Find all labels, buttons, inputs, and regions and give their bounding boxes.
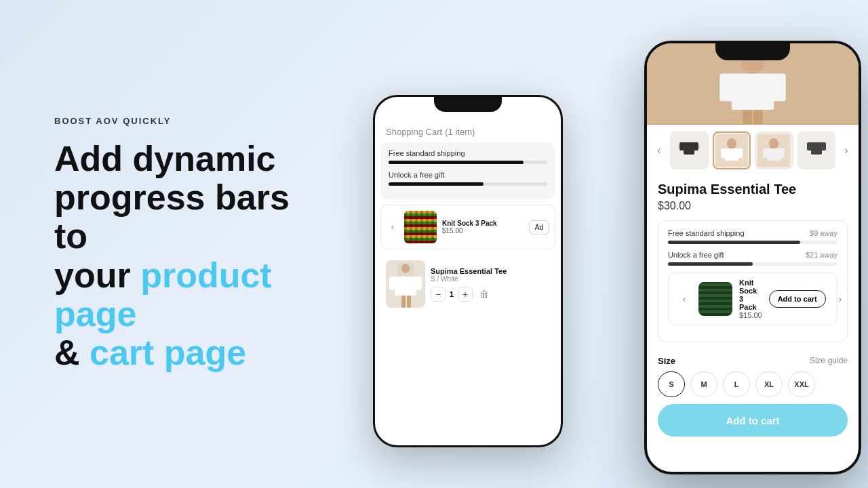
cart-phone-screen: Shopping Cart (1 item) Free standard shi… [375, 97, 561, 445]
thumb-1[interactable] [670, 131, 709, 169]
headline-highlight2: cart page [90, 333, 246, 372]
qty-minus-btn[interactable]: − [431, 287, 446, 302]
pp-away1: $9 away [810, 229, 837, 237]
pp-row2: Unlock a free gift $21 away [668, 251, 837, 259]
headline-line1: Add dynamic [54, 139, 276, 178]
cart-header: Shopping Cart (1 item) [375, 117, 561, 142]
svg-rect-12 [743, 110, 752, 124]
pp-bar2-fill [668, 262, 753, 266]
svg-rect-21 [721, 148, 727, 158]
cart-phone-notch [434, 97, 502, 112]
product-price: $30.00 [658, 200, 848, 212]
boost-label: BOOST AOV QUICKLY [54, 116, 312, 126]
cart-progress2-label: Unlock a free gift [389, 171, 547, 179]
phones-section: Shopping Cart (1 item) Free standard shi… [353, 0, 868, 488]
thumb-next-btn[interactable]: › [840, 144, 853, 157]
pp-label1: Free standard shipping [668, 229, 745, 237]
cart-progress2-bg [389, 182, 547, 186]
cart-item-count: (1 item) [445, 127, 475, 137]
upsell-prev-btn[interactable]: ‹ [387, 221, 399, 233]
svg-rect-31 [820, 142, 826, 150]
pp-bar1-bg [668, 241, 837, 244]
delete-btn[interactable]: 🗑 [477, 287, 492, 302]
svg-rect-6 [407, 296, 411, 308]
prod-upsell-image [698, 282, 732, 316]
tshirt-person-svg [388, 263, 423, 308]
cart-item: Supima Essential Tee S / White − 1 + 🗑 [380, 255, 555, 313]
svg-rect-13 [753, 110, 763, 124]
cart-item-image [386, 260, 425, 308]
upsell-price: $15.00 [442, 227, 524, 235]
main-add-to-cart-btn[interactable]: Add to cart [658, 404, 848, 436]
size-btn-l[interactable]: L [723, 371, 750, 397]
svg-rect-10 [719, 73, 734, 101]
prod-upsell-info: Knit Sock 3 Pack $15.00 [739, 279, 762, 319]
size-btn-m[interactable]: M [690, 371, 717, 397]
product-phone-screen: ‹ [647, 43, 859, 472]
svg-point-1 [401, 264, 410, 273]
svg-rect-17 [692, 142, 698, 150]
thumbnail-strip: ‹ [647, 125, 859, 176]
svg-rect-16 [679, 142, 686, 150]
thumb1-svg [673, 134, 705, 167]
headline: Add dynamic progress bars to your produc… [54, 140, 312, 372]
svg-rect-11 [771, 73, 785, 101]
pp-away2: $21 away [806, 251, 837, 259]
prod-upsell-next[interactable]: › [833, 291, 848, 306]
cart-upsell: ‹ Knit Sock 3 Pack $15.00 Ad [380, 205, 555, 249]
left-section: BOOST AOV QUICKLY Add dynamic progress b… [0, 75, 353, 413]
qty-number: 1 [450, 290, 454, 298]
cart-item-info: Supima Essential Tee S / White − 1 + 🗑 [431, 267, 550, 302]
cart-progress2-fill [389, 182, 484, 186]
size-btn-xxl[interactable]: XXL [788, 371, 815, 397]
product-progress-box: Free standard shipping $9 away Unlock a … [658, 220, 848, 342]
headline-ampersand: & [54, 333, 90, 372]
upsell-info: Knit Sock 3 Pack $15.00 [442, 220, 524, 235]
cart-progress-section: Free standard shipping Unlock a free gif… [380, 142, 555, 199]
thumb-4[interactable] [797, 131, 836, 169]
product-phone-notch [715, 43, 790, 60]
size-title: Size [658, 356, 675, 366]
cart-progress1-label: Free standard shipping [389, 149, 547, 157]
qty-plus-btn[interactable]: + [458, 287, 473, 302]
thumb-2[interactable] [713, 131, 751, 169]
svg-rect-22 [736, 148, 743, 158]
prod-upsell-add-btn[interactable]: Add to cart [769, 290, 826, 308]
size-guide-link[interactable]: Size guide [810, 356, 848, 366]
pp-bar2-bg [668, 262, 837, 266]
product-phone: ‹ [644, 41, 861, 474]
cart-add-button[interactable]: Ad [529, 220, 549, 235]
svg-rect-9 [732, 73, 774, 110]
prod-upsell-prev[interactable]: ‹ [677, 291, 692, 306]
thumb2-svg [715, 134, 748, 167]
svg-rect-30 [807, 142, 813, 150]
cart-item-name: Supima Essential Tee [431, 267, 550, 275]
svg-rect-26 [763, 148, 769, 158]
thumb-prev-btn[interactable]: ‹ [652, 144, 666, 157]
product-name: Supima Essential Tee [658, 182, 848, 197]
product-info: Supima Essential Tee $30.00 Free standar… [647, 176, 859, 356]
svg-rect-4 [414, 277, 422, 290]
svg-point-19 [727, 138, 736, 149]
cart-item-variant: S / White [431, 275, 550, 283]
cart-progress1-bg [389, 161, 547, 164]
svg-rect-5 [401, 296, 406, 308]
size-btn-xl[interactable]: XL [755, 371, 783, 397]
prod-upsell-price: $15.00 [739, 311, 762, 319]
upsell-name: Knit Sock 3 Pack [442, 220, 524, 227]
size-btn-s[interactable]: S [658, 371, 685, 397]
svg-rect-2 [395, 277, 416, 296]
size-section: Size Size guide S M L XL XXL [647, 356, 859, 397]
svg-point-24 [769, 138, 778, 149]
pp-row1: Free standard shipping $9 away [668, 229, 837, 237]
thumb3-svg [757, 134, 790, 167]
size-header: Size Size guide [658, 356, 848, 366]
svg-rect-3 [389, 277, 397, 290]
size-options: S M L XL XXL [658, 371, 848, 397]
prod-upsell-name: Knit Sock 3 Pack [739, 279, 762, 311]
headline-line3: your [54, 256, 140, 295]
thumb-3[interactable] [755, 131, 793, 169]
cart-phone: Shopping Cart (1 item) Free standard shi… [373, 95, 563, 447]
headline-line2: progress bars to [54, 178, 290, 256]
pp-bar1-fill [668, 241, 800, 244]
